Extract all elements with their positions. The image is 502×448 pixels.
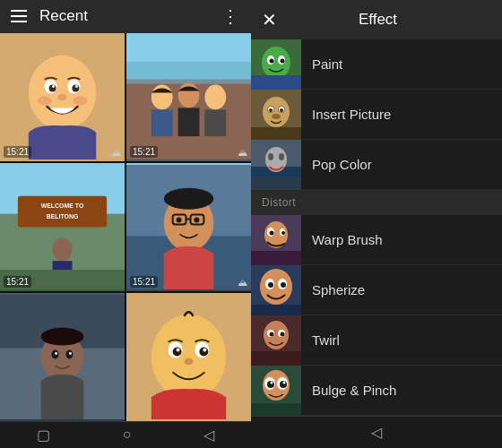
svg-rect-13 — [126, 62, 251, 84]
svg-point-69 — [272, 114, 281, 119]
svg-point-40 — [41, 328, 84, 346]
photo-grid: 15:21 ⛰ 15:21 ⛰ — [0, 33, 251, 421]
svg-rect-22 — [18, 196, 107, 228]
effect-list: Paint Insert P — [251, 39, 502, 416]
effect-thumb-circle — [251, 416, 301, 417]
effect-item-twirl[interactable]: Twirl — [251, 315, 502, 366]
effect-title: Effect — [286, 11, 470, 29]
svg-rect-76 — [251, 177, 301, 190]
svg-rect-90 — [251, 305, 301, 315]
svg-text:BELITONG: BELITONG — [47, 212, 79, 219]
svg-point-105 — [283, 381, 286, 383]
timestamp-4: 15:21 — [130, 276, 158, 288]
svg-point-7 — [75, 85, 78, 88]
bottom-nav-right: ◁ — [251, 416, 502, 448]
svg-point-68 — [280, 108, 283, 112]
effect-item-insert-picture[interactable]: Insert Picture — [251, 90, 502, 140]
left-panel: Recent ⋮ — [0, 0, 251, 448]
top-bar-left: Recent — [11, 7, 88, 25]
svg-point-9 — [38, 96, 52, 105]
effect-label-twirl: Twirl — [301, 332, 495, 348]
svg-rect-106 — [251, 403, 301, 416]
timestamp-3: 15:21 — [4, 276, 31, 288]
svg-point-1 — [29, 56, 96, 130]
effect-item-bulge-pinch[interactable]: Bulge & Pinch — [251, 366, 502, 416]
effect-thumb-pop — [251, 140, 301, 190]
effect-header: ✕ Effect — [251, 0, 502, 39]
svg-rect-60 — [251, 75, 301, 90]
image-icon-2: ⛰ — [238, 147, 247, 158]
svg-point-6 — [52, 85, 55, 88]
svg-point-75 — [279, 153, 284, 160]
svg-point-25 — [53, 237, 73, 261]
photo-cell-1[interactable]: 15:21 ⛰ — [0, 33, 125, 161]
distort-section-header: Distort — [251, 190, 502, 215]
svg-rect-19 — [204, 109, 226, 136]
svg-rect-97 — [251, 351, 301, 366]
svg-point-53 — [185, 358, 194, 365]
nav-square-button[interactable]: ▢ — [22, 423, 65, 447]
svg-point-81 — [270, 230, 274, 235]
svg-point-8 — [58, 93, 67, 100]
photo-cell-4[interactable]: 15:21 ⛰ — [126, 163, 251, 291]
effect-item-spherize[interactable]: Spherize — [251, 265, 502, 315]
nav-back-button[interactable]: ◁ — [189, 423, 229, 447]
svg-point-46 — [151, 314, 226, 400]
svg-point-44 — [69, 352, 72, 355]
effect-label-insert: Insert Picture — [301, 107, 495, 122]
svg-point-89 — [281, 282, 286, 288]
svg-point-74 — [268, 153, 273, 160]
svg-text:WELCOME TO: WELCOME TO — [41, 202, 84, 208]
image-icon-4: ⛰ — [238, 277, 247, 288]
svg-point-52 — [203, 348, 206, 351]
right-panel: ✕ Effect Paint — [251, 0, 502, 448]
svg-point-43 — [55, 352, 57, 355]
svg-point-58 — [270, 58, 274, 63]
svg-point-82 — [281, 231, 285, 235]
effect-thumb-warp — [251, 215, 301, 265]
effect-item-paint[interactable]: Paint — [251, 39, 502, 90]
nav-back-button-right[interactable]: ◁ — [357, 420, 396, 444]
effect-item-pop-color[interactable]: Pop Color — [251, 140, 502, 190]
svg-point-55 — [262, 47, 290, 79]
menu-button[interactable] — [11, 10, 27, 22]
svg-point-96 — [281, 332, 285, 336]
effect-label-spherize: Spherize — [301, 282, 495, 297]
bottom-nav-left: ▢ ○ ◁ — [0, 421, 251, 448]
timestamp-2: 15:21 — [130, 146, 158, 158]
svg-rect-15 — [151, 109, 173, 136]
recent-title: Recent — [39, 7, 88, 25]
effect-thumb-insert — [251, 90, 301, 140]
svg-point-18 — [204, 84, 226, 109]
photo-cell-2[interactable]: 15:21 ⛰ — [126, 33, 251, 161]
nav-home-button[interactable]: ○ — [108, 423, 146, 446]
more-options-button[interactable]: ⋮ — [221, 5, 240, 27]
svg-point-31 — [164, 188, 214, 210]
effect-thumb-bulge — [251, 366, 301, 416]
effect-thumb-spherize — [251, 265, 301, 315]
svg-point-95 — [270, 332, 274, 336]
photo-cell-6[interactable] — [126, 293, 251, 421]
effect-label-bulge: Bulge & Pinch — [301, 383, 495, 398]
top-bar: Recent ⋮ — [0, 0, 251, 33]
effect-label-pop: Pop Color — [301, 157, 495, 172]
effect-thumb-paint — [251, 39, 301, 90]
svg-point-73 — [265, 147, 287, 172]
svg-rect-70 — [251, 127, 301, 140]
effect-label-warp: Warp Brush — [301, 232, 495, 247]
close-button[interactable]: ✕ — [262, 11, 277, 29]
photo-cell-5[interactable] — [0, 293, 125, 421]
svg-point-36 — [194, 217, 199, 222]
effect-thumb-twirl — [251, 315, 301, 366]
photo-cell-3[interactable]: WELCOME TO BELITONG 15:21 — [0, 163, 125, 291]
svg-point-104 — [271, 381, 273, 383]
svg-rect-83 — [251, 251, 301, 265]
distort-label: Distort — [262, 196, 296, 209]
svg-point-35 — [177, 217, 182, 222]
svg-point-59 — [281, 58, 285, 63]
effect-label-paint: Paint — [301, 56, 495, 72]
svg-rect-17 — [178, 108, 200, 136]
svg-point-67 — [269, 108, 273, 112]
effect-item-warp-brush[interactable]: Warp Brush — [251, 215, 502, 265]
svg-point-51 — [177, 348, 180, 351]
